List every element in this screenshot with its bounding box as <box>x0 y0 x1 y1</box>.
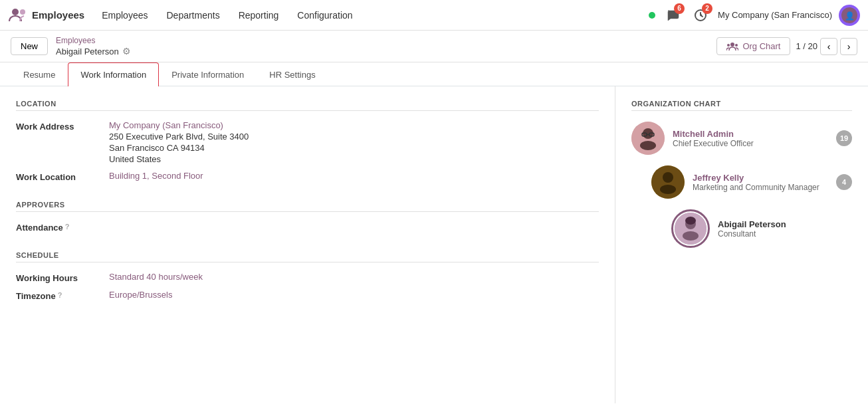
tab-work-information[interactable]: Work Information <box>68 62 159 86</box>
pagination: 1 / 20 ‹ › <box>796 38 857 55</box>
tab-private-information[interactable]: Private Information <box>159 62 257 86</box>
approvers-section-title: APPROVERS <box>16 201 599 212</box>
app-logo[interactable]: Employees <box>8 5 84 25</box>
org-name-abigail: Abigail Peterson <box>718 219 852 229</box>
org-item-mitchell: Mitchell Admin Chief Executive Officer 1… <box>631 122 852 155</box>
org-badge-mitchell: 19 <box>836 130 852 146</box>
company-name: My Company (San Francisco) <box>718 10 832 20</box>
working-hours-value[interactable]: Standard 40 hours/week <box>109 272 599 283</box>
svg-point-0 <box>12 9 19 15</box>
breadcrumb: Employees Abigail Peterson ⚙ <box>56 36 131 56</box>
svg-point-7 <box>735 44 738 47</box>
left-panel: LOCATION Work Address My Company (San Fr… <box>0 86 615 403</box>
menu-departments[interactable]: Departments <box>157 0 229 31</box>
work-location-value[interactable]: Building 1, Second Floor <box>109 171 599 182</box>
main-content: LOCATION Work Address My Company (San Fr… <box>0 86 868 403</box>
tab-hr-settings[interactable]: HR Settings <box>257 62 328 86</box>
attendance-label: Attendance ? <box>16 221 109 233</box>
org-chart-title: ORGANIZATION CHART <box>631 100 852 111</box>
svg-point-16 <box>660 185 676 194</box>
tab-resume[interactable]: Resume <box>11 62 68 86</box>
org-info-jeffrey: Jeffrey Kelly Marketing and Community Ma… <box>693 173 852 192</box>
breadcrumb-current: Abigail Peterson ⚙ <box>56 46 131 56</box>
org-avatar-jeffrey <box>651 165 685 199</box>
settings-gear-icon[interactable]: ⚙ <box>122 46 131 56</box>
clock-badge-button[interactable]: 2 <box>690 5 711 26</box>
schedule-section-title: SCHEDULE <box>16 251 599 262</box>
orgchart-button[interactable]: Org Chart <box>716 37 790 55</box>
abigail-avatar-svg <box>675 213 706 245</box>
attendance-row: Attendance ? <box>16 221 599 233</box>
org-indent-jeffrey: Jeffrey Kelly Marketing and Community Ma… <box>651 165 852 248</box>
svg-point-5 <box>730 43 734 47</box>
employees-logo-icon <box>8 5 28 25</box>
approvers-section: APPROVERS Attendance ? <box>16 201 599 233</box>
menu-employees[interactable]: Employees <box>92 0 157 31</box>
org-name-jeffrey[interactable]: Jeffrey Kelly <box>693 173 852 183</box>
work-address-value: My Company (San Francisco) 250 Executive… <box>109 120 599 164</box>
org-role-jeffrey: Marketing and Community Manager <box>693 183 852 192</box>
org-item-abigail: Abigail Peterson Consultant <box>671 209 852 248</box>
work-address-line2: 250 Executive Park Blvd, Suite 3400 <box>109 132 599 142</box>
chat-badge-button[interactable]: 6 <box>662 5 683 26</box>
clock-count: 2 <box>702 3 712 14</box>
online-status <box>649 12 655 19</box>
svg-point-20 <box>685 217 696 225</box>
user-avatar-icon: 👤 <box>841 7 857 23</box>
work-address-line3: San Francisco CA 94134 <box>109 143 599 153</box>
right-panel: ORGANIZATION CHART Mitchell Admin Chief … <box>615 86 868 403</box>
next-button[interactable]: › <box>840 38 857 55</box>
working-hours-row: Working Hours Standard 40 hours/week <box>16 272 599 283</box>
svg-point-1 <box>20 9 25 15</box>
top-navigation: Employees Employees Departments Reportin… <box>0 0 868 31</box>
org-badge-jeffrey: 4 <box>836 174 852 190</box>
svg-point-9 <box>643 128 653 139</box>
org-item-jeffrey: Jeffrey Kelly Marketing and Community Ma… <box>651 165 852 199</box>
menu-configuration[interactable]: Configuration <box>288 0 362 31</box>
menu-reporting[interactable]: Reporting <box>229 0 288 31</box>
mitchell-avatar-svg <box>631 122 665 155</box>
svg-text:👤: 👤 <box>845 11 855 21</box>
jeffrey-avatar-svg <box>651 165 685 199</box>
org-avatar-abigail <box>675 213 706 245</box>
tabs-bar: Resume Work Information Private Informat… <box>0 62 868 86</box>
timezone-label: Timezone ? <box>16 290 109 301</box>
org-info-mitchell: Mitchell Admin Chief Executive Officer <box>673 129 852 148</box>
prev-button[interactable]: ‹ <box>820 38 837 55</box>
pagination-text: 1 / 20 <box>796 41 817 51</box>
svg-point-10 <box>640 141 656 150</box>
timezone-row: Timezone ? Europe/Brussels <box>16 290 599 301</box>
org-indent-abigail: Abigail Peterson Consultant <box>671 209 852 248</box>
svg-point-6 <box>727 44 730 47</box>
user-avatar[interactable]: 👤 <box>839 5 860 26</box>
org-role-mitchell: Chief Executive Officer <box>673 139 852 148</box>
top-nav-right: 6 2 My Company (San Francisco) 👤 <box>649 5 860 26</box>
svg-point-19 <box>683 231 699 241</box>
attendance-value <box>109 221 599 233</box>
org-role-abigail: Consultant <box>718 229 852 239</box>
breadcrumb-parent[interactable]: Employees <box>56 36 131 45</box>
org-avatar-border-abigail <box>671 209 710 248</box>
orgchart-icon <box>726 42 738 51</box>
action-bar: New Employees Abigail Peterson ⚙ Org Cha… <box>0 31 868 62</box>
new-button[interactable]: New <box>11 37 48 55</box>
working-hours-label: Working Hours <box>16 272 109 283</box>
org-info-abigail: Abigail Peterson Consultant <box>718 219 852 239</box>
attendance-help-icon[interactable]: ? <box>65 223 70 231</box>
work-address-row: Work Address My Company (San Francisco) … <box>16 120 599 164</box>
orgchart-label: Org Chart <box>742 41 780 51</box>
schedule-section: SCHEDULE Working Hours Standard 40 hours… <box>16 251 599 301</box>
app-title: Employees <box>32 9 84 21</box>
action-bar-right: Org Chart 1 / 20 ‹ › <box>716 37 857 55</box>
work-address-line1[interactable]: My Company (San Francisco) <box>109 120 599 130</box>
svg-point-15 <box>663 172 673 183</box>
location-section: LOCATION Work Address My Company (San Fr… <box>16 100 599 182</box>
current-record-name: Abigail Peterson <box>56 47 119 56</box>
location-section-title: LOCATION <box>16 100 599 111</box>
org-avatar-mitchell <box>631 122 665 155</box>
timezone-value: Europe/Brussels <box>109 290 599 301</box>
timezone-help-icon[interactable]: ? <box>58 291 62 299</box>
org-name-mitchell[interactable]: Mitchell Admin <box>673 129 852 139</box>
work-location-row: Work Location Building 1, Second Floor <box>16 171 599 182</box>
work-location-label: Work Location <box>16 171 109 182</box>
